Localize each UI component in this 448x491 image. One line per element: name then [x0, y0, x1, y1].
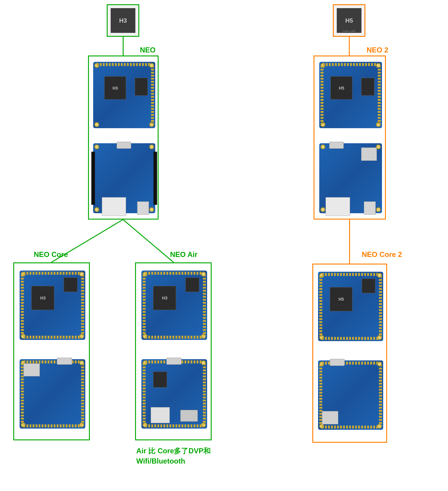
- neo2-soc-label: H5: [330, 76, 352, 100]
- connector-neo2-to-neocore2: [349, 220, 350, 264]
- neo2-box: H5: [314, 55, 386, 220]
- neo-core-board-front: H3: [20, 271, 85, 340]
- neo2-board-front: H5: [319, 62, 382, 128]
- neo-core-board-back: [20, 359, 85, 429]
- chip-h5-sub: QUAD-CORE: [337, 30, 361, 32]
- connector-h5-to-neo2: [349, 37, 350, 55]
- neo-core2-box: H5: [312, 264, 387, 443]
- neo-core2-soc-label: H5: [330, 287, 352, 311]
- neo-air-board-front: H3: [141, 271, 207, 340]
- neo-core-box: H3: [13, 262, 90, 440]
- neo-core-soc-label: H3: [31, 286, 54, 310]
- neo-core2-board-front: H5: [318, 272, 383, 341]
- label-neo-core2: NEO Core 2: [362, 250, 402, 259]
- chip-h5: H5 QUAD-CORE: [334, 5, 364, 36]
- neo-air-soc-label: H3: [153, 286, 176, 310]
- connector-neo-to-children: [0, 0, 241, 271]
- label-air-note: Air 比 Core多了DVP和 Wifi/Bluetooth: [136, 446, 211, 466]
- neo-core2-board-back: [318, 360, 383, 430]
- neo-air-board-back: [141, 359, 207, 429]
- chip-h5-box: H5 QUAD-CORE: [333, 4, 365, 37]
- chip-h5-label: H5: [337, 8, 361, 33]
- label-neo2: NEO 2: [367, 46, 388, 54]
- label-neo-air: NEO Air: [170, 250, 197, 259]
- neo-air-box: H3: [135, 262, 212, 440]
- label-neo-core: NEO Core: [34, 250, 68, 259]
- neo2-board-back: [319, 143, 382, 213]
- svg-line-1: [123, 220, 174, 262]
